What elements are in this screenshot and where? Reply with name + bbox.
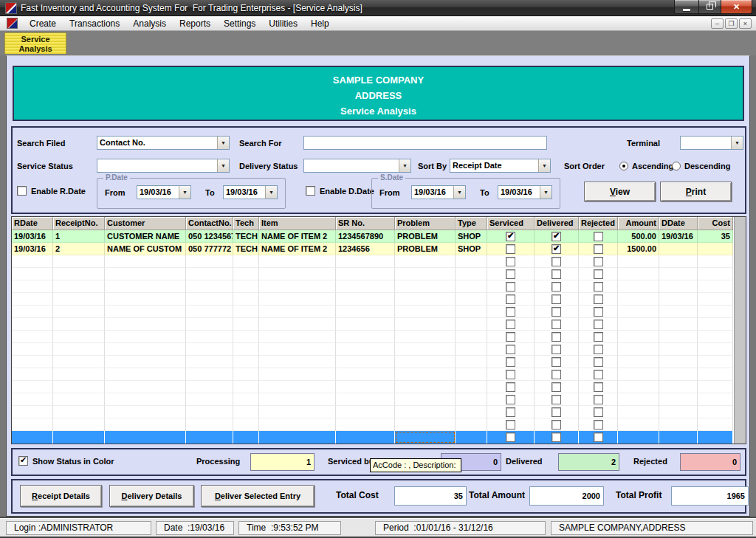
mdi-minimize-button[interactable]: – xyxy=(711,18,724,29)
rejected-checkbox[interactable] xyxy=(594,407,603,417)
delivered-checkbox[interactable] xyxy=(551,432,561,442)
serviced-checkbox[interactable] xyxy=(506,395,515,404)
rejected-checkbox[interactable] xyxy=(594,332,603,342)
serviced-checkbox[interactable] xyxy=(506,257,515,266)
serviced-checkbox[interactable] xyxy=(506,232,515,241)
rejected-checkbox[interactable] xyxy=(594,370,603,379)
menu-item-help[interactable]: Help xyxy=(304,16,336,31)
rejected-checkbox[interactable] xyxy=(594,395,603,404)
delivered-checkbox[interactable] xyxy=(551,407,561,417)
serviced-checkbox[interactable] xyxy=(506,357,515,367)
serviced-checkbox[interactable] xyxy=(506,244,515,254)
menu-item-utilities[interactable]: Utilities xyxy=(262,16,304,31)
delivered-checkbox[interactable] xyxy=(551,294,561,304)
serviced-checkbox[interactable] xyxy=(506,282,515,292)
minimize-button[interactable] xyxy=(674,0,699,14)
rejected-checkbox[interactable] xyxy=(594,432,603,442)
delivered-checkbox[interactable] xyxy=(551,345,561,354)
enable-rdate-checkbox[interactable] xyxy=(17,186,27,196)
table-row[interactable] xyxy=(12,331,733,343)
delivered-checkbox[interactable] xyxy=(551,382,561,392)
column-header-contact[interactable]: ContactNo. xyxy=(186,217,233,230)
column-header-problem[interactable]: Problem xyxy=(395,217,456,230)
table-row[interactable] xyxy=(12,381,733,393)
chevron-down-icon[interactable]: ▼ xyxy=(265,186,277,199)
table-row[interactable] xyxy=(12,418,733,431)
rejected-checkbox[interactable] xyxy=(594,307,603,317)
chevron-down-icon[interactable]: ▼ xyxy=(179,186,190,199)
rejected-checkbox[interactable] xyxy=(594,294,603,304)
selected-row[interactable] xyxy=(12,431,733,444)
table-row[interactable] xyxy=(12,356,733,368)
menu-item-transactions[interactable]: Transactions xyxy=(63,16,126,31)
column-header-sr_no[interactable]: SR No. xyxy=(336,217,395,230)
chevron-down-icon[interactable]: ▼ xyxy=(731,137,743,149)
delivered-checkbox[interactable] xyxy=(551,282,561,292)
column-header-amount[interactable]: Amount xyxy=(618,217,659,230)
column-header-type[interactable]: Type xyxy=(456,217,487,230)
show-status-color-checkbox[interactable] xyxy=(18,456,28,466)
view-button[interactable]: View xyxy=(584,182,656,201)
delivered-checkbox[interactable] xyxy=(551,395,561,404)
column-header-ddate[interactable]: DDate xyxy=(659,217,698,230)
table-row[interactable]: 19/03/161CUSTOMER NAME050 1234567TECHNAM… xyxy=(12,230,733,243)
terminal-dropdown[interactable]: ▼ xyxy=(680,136,743,150)
serviced-checkbox[interactable] xyxy=(506,307,515,317)
chevron-down-icon[interactable]: ▼ xyxy=(540,186,551,199)
column-header-tech[interactable]: Tech xyxy=(233,217,259,230)
menu-item-create[interactable]: Create xyxy=(23,16,63,31)
table-row[interactable] xyxy=(12,280,733,293)
search-for-input[interactable] xyxy=(303,136,547,150)
mdi-restore-button[interactable]: ❐ xyxy=(725,18,738,29)
delivered-checkbox[interactable] xyxy=(551,257,561,266)
delivered-checkbox[interactable] xyxy=(551,320,561,329)
chevron-down-icon[interactable]: ▼ xyxy=(217,137,229,149)
delivered-checkbox[interactable] xyxy=(551,370,561,379)
descending-radio[interactable] xyxy=(672,162,681,170)
print-button[interactable]: Print xyxy=(660,182,732,201)
column-header-receipt_no[interactable]: ReceiptNo. xyxy=(53,217,105,230)
receipt-details-button[interactable]: Receipt Details xyxy=(20,485,102,507)
chevron-down-icon[interactable]: ▼ xyxy=(217,159,229,172)
sdate-from-dropdown[interactable]: 19/03/16 ▼ xyxy=(411,185,466,199)
rejected-checkbox[interactable] xyxy=(594,269,603,279)
table-row[interactable] xyxy=(12,306,733,318)
column-header-serviced[interactable]: Serviced xyxy=(487,217,535,230)
table-row[interactable] xyxy=(12,393,733,406)
table-row[interactable] xyxy=(12,368,733,381)
table-row[interactable] xyxy=(12,293,733,306)
serviced-checkbox[interactable] xyxy=(506,432,515,442)
serviced-checkbox[interactable] xyxy=(506,370,515,379)
column-header-delivered[interactable]: Delivered xyxy=(535,217,579,230)
serviced-checkbox[interactable] xyxy=(506,294,515,304)
delivered-checkbox[interactable] xyxy=(551,232,561,241)
serviced-checkbox[interactable] xyxy=(506,269,515,279)
table-row[interactable]: 19/03/162NAME OF CUSTOM050 777772TECHNAM… xyxy=(12,243,733,255)
menu-item-analysis[interactable]: Analysis xyxy=(126,16,173,31)
chevron-down-icon[interactable]: ▼ xyxy=(538,159,550,172)
enable-ddate-checkbox[interactable] xyxy=(306,186,315,196)
delivered-checkbox[interactable] xyxy=(551,307,561,317)
column-header-rdate[interactable]: RDate xyxy=(12,217,53,230)
sort-by-dropdown[interactable]: Receipt Date ▼ xyxy=(450,159,551,173)
column-header-cost[interactable]: Cost xyxy=(698,217,733,230)
chevron-down-icon[interactable]: ▼ xyxy=(453,186,465,199)
service-status-dropdown[interactable]: ▼ xyxy=(97,159,230,173)
mdi-close-button[interactable]: × xyxy=(739,18,752,29)
menu-item-reports[interactable]: Reports xyxy=(173,16,217,31)
sdate-to-dropdown[interactable]: 19/03/16 ▼ xyxy=(498,185,552,199)
close-button[interactable]: ✕ xyxy=(721,0,752,14)
serviced-checkbox[interactable] xyxy=(506,382,515,392)
delivery-status-dropdown[interactable]: ▼ xyxy=(303,159,411,173)
rejected-checkbox[interactable] xyxy=(594,232,603,241)
chevron-down-icon[interactable]: ▼ xyxy=(399,159,410,172)
serviced-checkbox[interactable] xyxy=(506,320,515,329)
search-field-dropdown[interactable]: Contact No. ▼ xyxy=(97,136,230,150)
serviced-checkbox[interactable] xyxy=(506,345,515,354)
table-row[interactable] xyxy=(12,318,733,331)
ascending-radio[interactable] xyxy=(619,162,628,170)
serviced-checkbox[interactable] xyxy=(506,407,515,417)
pdate-to-dropdown[interactable]: 19/03/16 ▼ xyxy=(223,185,278,199)
rejected-checkbox[interactable] xyxy=(594,357,603,367)
delivered-checkbox[interactable] xyxy=(551,269,561,279)
